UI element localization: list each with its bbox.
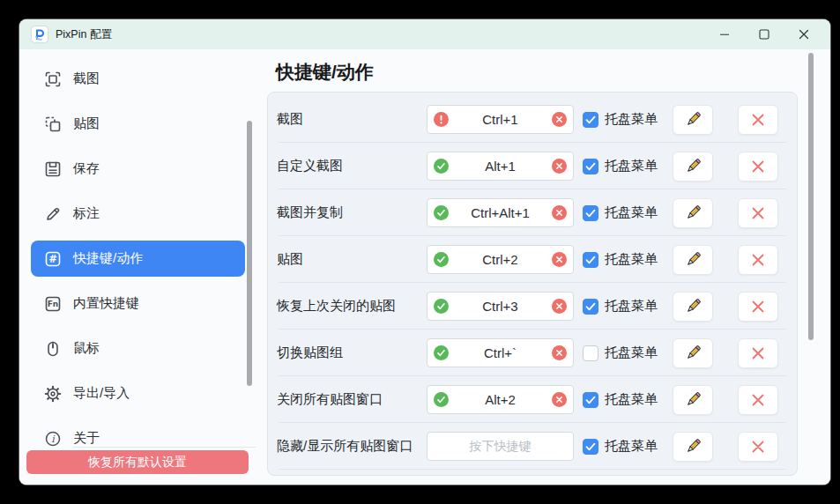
checkbox-icon xyxy=(583,345,598,361)
action-label: 贴图 xyxy=(268,251,427,268)
tray-menu-label: 托盘菜单 xyxy=(605,251,658,268)
tray-menu-label: 托盘菜单 xyxy=(605,438,658,455)
delete-x-icon xyxy=(750,299,766,315)
hotkey-input[interactable]: Ctrl+3 xyxy=(427,292,574,321)
tray-menu-checkbox[interactable]: 托盘菜单 xyxy=(583,298,658,315)
clear-hotkey-icon[interactable] xyxy=(552,252,567,267)
delete-hotkey-button[interactable] xyxy=(738,198,778,228)
clear-hotkey-icon[interactable] xyxy=(552,159,567,174)
checkbox-icon xyxy=(583,112,598,128)
tray-menu-checkbox[interactable]: 托盘菜单 xyxy=(583,438,658,455)
hotkey-input[interactable]: Ctrl+Alt+1 xyxy=(427,198,574,227)
sidebar-item-label: 关于 xyxy=(73,430,100,447)
delete-hotkey-button[interactable] xyxy=(738,338,778,368)
sidebar-item-pin-image[interactable]: 贴图 xyxy=(31,106,245,142)
hotkey-ok-icon xyxy=(434,299,449,314)
restore-defaults-button[interactable]: 恢复所有默认设置 xyxy=(26,450,249,474)
edit-hotkey-button[interactable] xyxy=(673,292,713,322)
mouse-icon xyxy=(44,340,62,358)
edit-hotkey-button[interactable] xyxy=(673,152,713,182)
sidebar-item-label: 贴图 xyxy=(73,115,100,132)
sidebar-item-label: 标注 xyxy=(73,205,100,222)
sidebar-item-label: 截图 xyxy=(73,70,100,87)
sidebar-item-mouse[interactable]: 鼠标 xyxy=(31,330,245,367)
tray-menu-checkbox[interactable]: 托盘菜单 xyxy=(583,391,658,408)
delete-x-icon xyxy=(750,159,766,174)
delete-hotkey-button[interactable] xyxy=(738,105,778,135)
hotkey-input[interactable]: Ctrl+1 xyxy=(427,105,574,134)
hotkey-value: Ctrl+` xyxy=(449,345,552,360)
sidebar-item-screenshot[interactable]: 截图 xyxy=(31,61,245,97)
sidebar-item-label: 快捷键/动作 xyxy=(73,250,143,267)
action-label: 关闭所有贴图窗口 xyxy=(268,391,427,408)
action-label: 截图 xyxy=(268,111,427,128)
edit-hotkey-button[interactable] xyxy=(673,338,713,368)
hotkey-input[interactable]: Ctrl+2 xyxy=(427,245,574,274)
pixpin-config-window: PixPin 配置 截图 贴图 保存 标注 xyxy=(19,19,830,485)
sidebar-item-hotkey-action[interactable]: # 快捷键/动作 xyxy=(31,241,245,277)
window-body: 截图 贴图 保存 标注 # 快捷键/动作 Fn 内置快捷键 鼠标 导出/导入 i… xyxy=(19,49,830,485)
tray-menu-checkbox[interactable]: 托盘菜单 xyxy=(583,111,658,128)
screenshot-icon xyxy=(44,70,62,88)
tray-menu-label: 托盘菜单 xyxy=(605,158,658,174)
hotkey-ok-icon xyxy=(434,345,449,360)
hotkey-action-icon: # xyxy=(44,250,62,268)
maximize-button[interactable] xyxy=(744,21,784,48)
clear-hotkey-icon[interactable] xyxy=(552,299,567,314)
delete-x-icon xyxy=(750,252,766,268)
action-label: 切换贴图组 xyxy=(268,345,427,361)
edit-hotkey-button[interactable] xyxy=(673,385,713,415)
pencil-icon xyxy=(684,250,702,269)
tray-menu-checkbox[interactable]: 托盘菜单 xyxy=(583,251,658,268)
clear-hotkey-icon[interactable] xyxy=(552,205,567,220)
titlebar[interactable]: PixPin 配置 xyxy=(19,19,830,49)
edit-hotkey-button[interactable] xyxy=(673,198,713,228)
pencil-icon xyxy=(684,297,702,315)
tray-menu-label: 托盘菜单 xyxy=(605,298,658,315)
sidebar-item-annotate[interactable]: 标注 xyxy=(31,196,245,232)
delete-x-icon xyxy=(750,439,766,455)
page-title: 快捷键/动作 xyxy=(276,60,374,85)
hotkey-row: 贴图 Ctrl+2 托盘菜单 xyxy=(268,236,797,283)
hotkey-input[interactable]: Alt+2 xyxy=(427,385,574,414)
hotkey-input[interactable]: Ctrl+` xyxy=(427,338,574,367)
hotkey-value: Ctrl+2 xyxy=(449,252,552,267)
sidebar-item-builtin-hotkeys[interactable]: Fn 内置快捷键 xyxy=(31,285,245,322)
pin-image-icon xyxy=(44,115,62,133)
clear-hotkey-icon[interactable] xyxy=(552,392,567,407)
delete-hotkey-button[interactable] xyxy=(738,245,778,275)
tray-menu-checkbox[interactable]: 托盘菜单 xyxy=(583,204,658,221)
hotkey-input[interactable]: Alt+1 xyxy=(427,152,574,181)
delete-hotkey-button[interactable] xyxy=(738,152,778,182)
hotkey-row: 自定义截图 Alt+1 托盘菜单 xyxy=(268,143,797,189)
main-scrollbar[interactable] xyxy=(808,53,814,340)
sidebar-nav: 截图 贴图 保存 标注 # 快捷键/动作 Fn 内置快捷键 鼠标 导出/导入 i… xyxy=(19,49,256,456)
edit-hotkey-button[interactable] xyxy=(673,245,713,275)
minimize-button[interactable] xyxy=(704,21,744,48)
action-label: 自定义截图 xyxy=(268,158,427,174)
delete-hotkey-button[interactable] xyxy=(738,292,778,322)
action-label: 截图并复制 xyxy=(268,204,427,221)
edit-hotkey-button[interactable] xyxy=(673,105,713,135)
delete-x-icon xyxy=(750,112,766,128)
sidebar: 截图 贴图 保存 标注 # 快捷键/动作 Fn 内置快捷键 鼠标 导出/导入 i… xyxy=(19,49,256,485)
pencil-icon xyxy=(684,437,702,456)
clear-hotkey-icon[interactable] xyxy=(552,112,567,127)
builtin-hotkey-icon: Fn xyxy=(44,295,62,313)
sidebar-scrollbar[interactable] xyxy=(247,121,252,386)
sidebar-item-export-import[interactable]: 导出/导入 xyxy=(31,375,245,411)
tray-menu-checkbox[interactable]: 托盘菜单 xyxy=(583,158,658,174)
delete-hotkey-button[interactable] xyxy=(738,385,778,415)
save-icon xyxy=(44,160,62,178)
export-import-icon xyxy=(44,385,62,403)
svg-text:#: # xyxy=(48,253,57,265)
hotkey-row: 恢复上次关闭的贴图 Ctrl+3 托盘菜单 xyxy=(268,283,797,330)
close-button[interactable] xyxy=(784,21,823,48)
hotkey-input[interactable]: 按下快捷键 xyxy=(427,432,574,461)
clear-hotkey-icon[interactable] xyxy=(552,345,567,360)
tray-menu-checkbox[interactable]: 托盘菜单 xyxy=(583,345,658,361)
edit-hotkey-button[interactable] xyxy=(673,432,713,462)
delete-hotkey-button[interactable] xyxy=(738,432,778,462)
sidebar-item-save[interactable]: 保存 xyxy=(31,151,245,187)
tray-menu-label: 托盘菜单 xyxy=(605,345,658,361)
